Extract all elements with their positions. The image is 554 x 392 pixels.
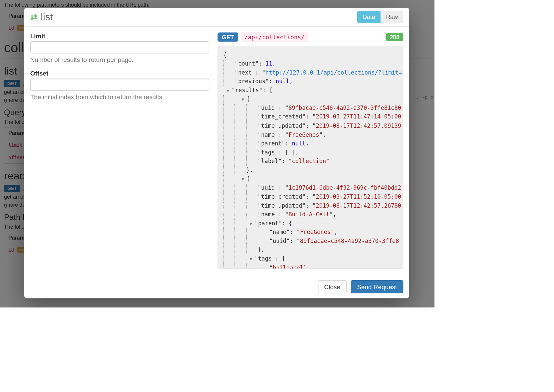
response-column: GET /api/collections/ 200 { "count": 11,… — [218, 32, 404, 269]
limit-help: Number of results to return per page. — [30, 56, 209, 63]
method-badge: GET — [218, 32, 238, 42]
modal-header: ⇄ list Data Raw — [24, 8, 409, 27]
modal-title-text: list — [41, 11, 53, 23]
form-column: Limit Number of results to return per pa… — [30, 32, 209, 269]
offset-label: Offset — [30, 70, 209, 77]
json-response[interactable]: { "count": 11, "next": "http://127.0.0.1… — [218, 46, 404, 269]
modal-title: ⇄ list — [30, 11, 53, 23]
tab-raw[interactable]: Raw — [381, 11, 403, 23]
status-badge: 200 — [386, 33, 403, 41]
modal-body: Limit Number of results to return per pa… — [24, 27, 409, 275]
modal-footer: Close Send Request — [24, 275, 409, 298]
offset-help: The initial index from which to return t… — [30, 93, 209, 100]
limit-label: Limit — [30, 32, 209, 39]
limit-input[interactable] — [30, 41, 209, 54]
send-request-button[interactable]: Send Request — [351, 280, 403, 293]
path-pill: /api/collections/ — [241, 32, 309, 42]
close-button[interactable]: Close — [318, 280, 347, 293]
view-toggle: Data Raw — [357, 11, 403, 23]
swap-icon: ⇄ — [30, 12, 37, 22]
tab-data[interactable]: Data — [357, 11, 381, 23]
response-header: GET /api/collections/ 200 — [218, 32, 404, 42]
api-modal: ⇄ list Data Raw Limit Number of results … — [24, 8, 409, 298]
offset-input[interactable] — [30, 79, 209, 91]
